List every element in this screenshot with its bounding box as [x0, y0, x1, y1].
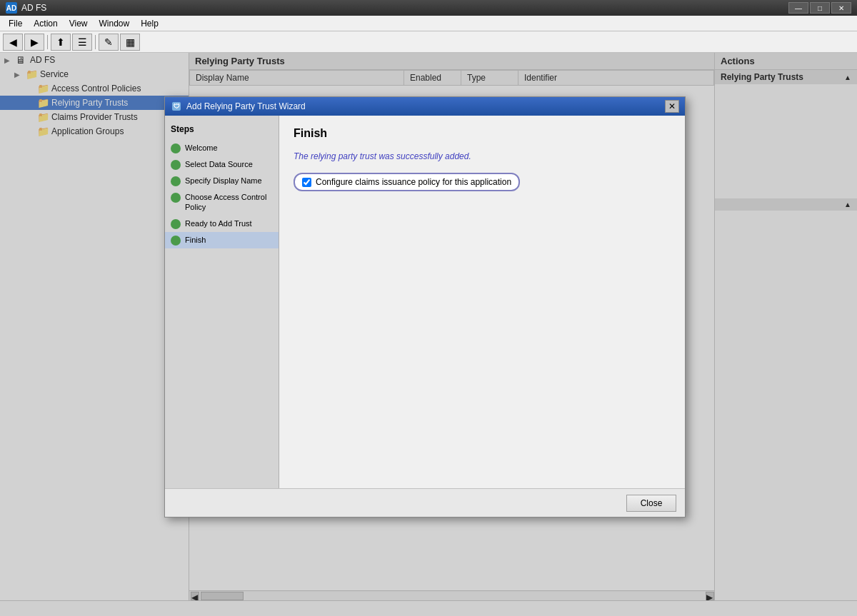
menu-file[interactable]: File [3, 17, 28, 30]
menu-bar: File Action View Window Help [0, 16, 857, 31]
success-message: The relying party trust was successfully… [294, 151, 671, 161]
maximize-button[interactable]: □ [810, 2, 830, 14]
menu-action[interactable]: Action [28, 17, 63, 30]
step-item-datasource: Select Data Source [165, 156, 279, 173]
toolbar: ◀ ▶ ⬆ ☰ ✎ ▦ [0, 31, 857, 53]
step-dot-welcome [171, 143, 181, 153]
step-dot-displayname [171, 176, 181, 186]
step-item-displayname: Specify Display Name [165, 173, 279, 189]
close-button[interactable]: Close [626, 495, 676, 512]
step-label-finish: Finish [185, 235, 206, 245]
back-button[interactable]: ◀ [3, 34, 23, 51]
modal-title-text: Add Relying Party Trust Wizard [186, 101, 306, 111]
minimize-button[interactable]: — [788, 2, 808, 14]
menu-help[interactable]: Help [135, 17, 164, 30]
step-label-datasource: Select Data Source [185, 159, 253, 169]
step-label-access-policy: Choose Access Control Policy [185, 192, 273, 213]
modal-close-x-button[interactable]: ✕ [665, 100, 679, 113]
step-label-welcome: Welcome [185, 143, 218, 153]
modal-main-content: Finish The relying party trust was succe… [279, 116, 685, 488]
window-controls: — □ ✕ [788, 2, 851, 14]
step-dot-access-policy [171, 193, 181, 203]
steps-panel: Steps Welcome Select Data Source Specify… [165, 116, 279, 488]
menu-view[interactable]: View [64, 17, 94, 30]
menu-window[interactable]: Window [94, 17, 136, 30]
checkbox-container: Configure claims issuance policy for thi… [294, 173, 520, 191]
steps-title: Steps [165, 121, 279, 140]
app-title: AD FS [21, 3, 46, 13]
properties-button[interactable]: ✎ [99, 34, 119, 51]
step-item-access-policy: Choose Access Control Policy [165, 189, 279, 216]
modal-body: Steps Welcome Select Data Source Specify… [165, 116, 685, 488]
modal-title-icon: 🛡 [171, 101, 182, 112]
finish-title: Finish [294, 127, 671, 140]
step-label-ready: Ready to Add Trust [185, 218, 252, 228]
configure-claims-checkbox[interactable] [302, 178, 311, 187]
wizard-icon: 🛡 [171, 101, 182, 112]
toolbar-separator-2 [95, 35, 96, 49]
step-label-displayname: Specify Display Name [185, 176, 262, 186]
step-item-welcome: Welcome [165, 140, 279, 156]
up-button[interactable]: ⬆ [51, 34, 71, 51]
modal-footer: Close [165, 488, 685, 517]
step-item-ready: Ready to Add Trust [165, 216, 279, 232]
step-item-finish: Finish [165, 232, 279, 248]
svg-text:🛡: 🛡 [174, 103, 180, 110]
configure-claims-label[interactable]: Configure claims issuance policy for thi… [316, 177, 511, 187]
step-dot-ready [171, 219, 181, 229]
modal-titlebar: 🛡 Add Relying Party Trust Wizard ✕ [165, 97, 685, 116]
modal-dialog: 🛡 Add Relying Party Trust Wizard ✕ Steps… [164, 96, 686, 517]
forward-button[interactable]: ▶ [24, 34, 44, 51]
title-bar: AD AD FS — □ ✕ [0, 0, 857, 16]
step-dot-datasource [171, 160, 181, 170]
show-hide-button[interactable]: ☰ [72, 34, 92, 51]
view-button[interactable]: ▦ [120, 34, 140, 51]
app-icon: AD [6, 2, 17, 14]
toolbar-separator-1 [47, 35, 48, 49]
step-dot-finish [171, 236, 181, 246]
close-button[interactable]: ✕ [831, 2, 851, 14]
